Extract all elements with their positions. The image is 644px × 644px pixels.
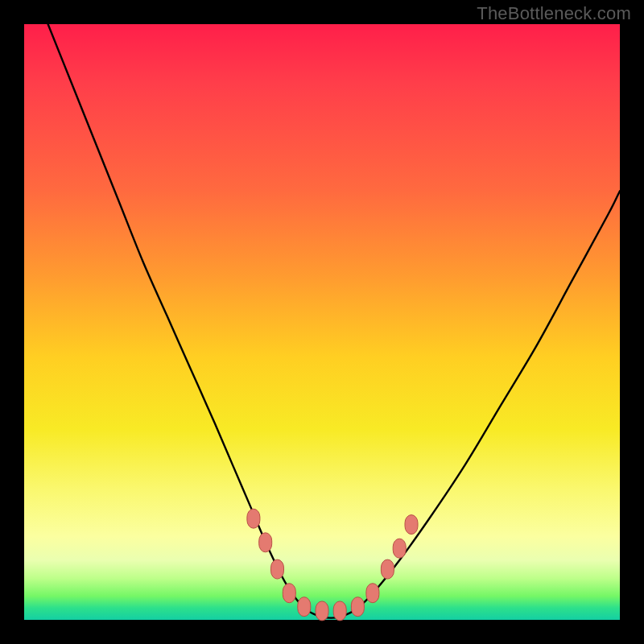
bottleneck-curve <box>48 24 620 618</box>
trough-marker <box>381 559 394 579</box>
plot-area <box>24 24 620 620</box>
chart-frame: TheBottleneck.com <box>0 0 644 644</box>
trough-markers <box>247 509 418 621</box>
trough-marker <box>351 597 364 617</box>
trough-marker <box>393 539 406 558</box>
curve-layer <box>24 24 620 620</box>
trough-marker <box>283 584 295 603</box>
trough-marker <box>366 584 379 603</box>
trough-marker <box>298 597 311 617</box>
trough-marker <box>271 559 284 579</box>
trough-marker <box>247 509 260 528</box>
trough-marker <box>259 533 272 552</box>
trough-marker <box>405 515 418 535</box>
watermark-text: TheBottleneck.com <box>477 3 631 24</box>
trough-marker <box>316 601 328 621</box>
trough-marker <box>333 601 346 621</box>
